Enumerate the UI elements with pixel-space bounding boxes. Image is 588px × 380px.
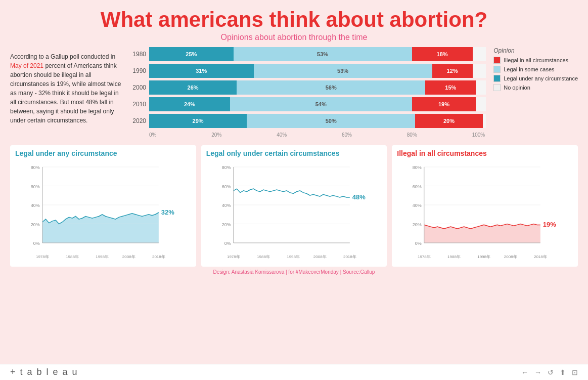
bar-year-label: 2000 [131, 84, 149, 91]
legend-item-1: Legal in some cases [493, 66, 578, 73]
x-axis-label: 0% [149, 132, 156, 138]
bar-seg-illegal-all: 20% [415, 114, 482, 128]
chart-value-label: 19% [543, 221, 556, 228]
x-label: 2008年 [122, 255, 135, 259]
bar-year-label: 1980 [131, 51, 149, 58]
bar-chart: 1980 25% 53% 18% 1990 31% 53% 12% 2000 2… [131, 47, 486, 138]
legend-swatch-1 [493, 66, 501, 73]
legend-title: Opinion [493, 47, 578, 54]
bar-row: 1990 31% 53% 12% [131, 64, 486, 78]
bar-seg-legal-some: 53% [234, 47, 412, 61]
x-label: 1998年 [287, 255, 300, 259]
nav-share-icon[interactable]: ⬆ [560, 368, 566, 376]
bar-year-label: 1990 [131, 67, 149, 74]
y-label: 40% [413, 203, 422, 208]
x-axis-labels: 0%20%40%60%80%100% [149, 131, 486, 138]
legend-label-2: Legal under any circumstance [504, 75, 578, 81]
y-label: 20% [221, 222, 231, 227]
x-axis-label: 100% [472, 132, 485, 138]
bar-seg-illegal-all: 18% [412, 47, 473, 61]
description-text: According to a Gallup poll conducted in … [10, 47, 131, 138]
line-chart-legal-any: Legal under any circumstance 0%20%40%60%… [10, 145, 196, 267]
x-label: 1998年 [96, 255, 109, 259]
bar-seg-no-opinion [476, 97, 486, 111]
y-label: 60% [31, 184, 40, 189]
x-label: 1988年 [447, 255, 461, 259]
bar-year-label: 2020 [131, 117, 149, 124]
bar-seg-no-opinion [473, 64, 486, 78]
bar-seg-legal-some: 50% [247, 114, 415, 128]
nav-back-icon[interactable]: ← [521, 368, 528, 376]
bar-seg-no-opinion [476, 80, 486, 95]
x-axis-label: 80% [407, 132, 417, 138]
x-label: 2008年 [313, 255, 326, 259]
legend-swatch-0 [493, 57, 501, 64]
legend-label-1: Legal in some cases [504, 66, 554, 72]
y-label: 80% [31, 165, 40, 170]
x-label: 2008年 [504, 255, 517, 259]
bar-seg-legal-any: 25% [149, 47, 234, 61]
y-label: 20% [413, 222, 422, 227]
y-label: 40% [31, 203, 40, 208]
bar-segments: 25% 53% 18% [149, 47, 486, 61]
legend-item-3: No opinion [493, 84, 578, 91]
line-chart-title-1: Legal only under certain circumstances [206, 149, 382, 157]
x-axis-label: 40% [277, 132, 287, 138]
legend-label-0: Illegal in all circumstances [504, 57, 568, 63]
footer-credit: Design: Anastasia Komissarova | for #Mak… [10, 269, 578, 275]
bar-seg-legal-any: 29% [149, 114, 247, 128]
x-label: 1998年 [478, 255, 491, 259]
chart-fill [424, 224, 540, 243]
bar-seg-legal-any: 24% [149, 97, 230, 111]
legend-label-3: No opinion [504, 85, 530, 91]
y-label: 20% [31, 222, 40, 227]
chart-svg-0: 0%20%40%60%80%1978年1988年1998年2008年2018年3… [15, 159, 191, 261]
line-chart-legal-some: Legal only under certain circumstances 0… [201, 145, 387, 267]
x-label: 1978年 [227, 255, 240, 259]
nav-forward-icon[interactable]: → [534, 368, 541, 376]
bar-segments: 26% 56% 15% [149, 80, 486, 95]
legend-item-2: Legal under any circumstance [493, 75, 578, 82]
y-label: 40% [221, 203, 231, 208]
chart-value-label: 32% [161, 208, 174, 216]
chart-svg-1: 0%20%40%60%80%1978年1988年1998年2008年2018年4… [206, 159, 382, 261]
tableau-bar: + t a b l e a u ← → ↺ ⬆ ⊡ [0, 364, 588, 380]
nav-fullscreen-icon[interactable]: ⊡ [572, 368, 578, 376]
y-label: 60% [413, 184, 422, 189]
bar-year-label: 2010 [131, 101, 149, 108]
subtitle: Opinions about abortion through the time [10, 33, 578, 42]
bar-seg-legal-any: 26% [149, 80, 237, 95]
bar-seg-illegal-all: 12% [432, 64, 473, 78]
bar-seg-no-opinion [473, 47, 486, 61]
bar-segments: 31% 53% 12% [149, 64, 486, 78]
page-title: What americans think about abortion? [10, 8, 578, 32]
bar-seg-illegal-all: 19% [412, 97, 476, 111]
x-label: 1978年 [36, 255, 49, 259]
legend-swatch-3 [493, 84, 501, 91]
x-axis-label: 20% [211, 132, 221, 138]
x-label: 2018年 [534, 255, 547, 259]
line-chart-title-2: Illegal in all circumstances [397, 149, 573, 157]
chart-line [234, 189, 350, 197]
bar-seg-legal-some: 56% [237, 80, 425, 95]
bar-seg-legal-some: 54% [230, 97, 412, 111]
chart-fill [42, 213, 159, 243]
top-section: According to a Gallup poll conducted in … [10, 47, 578, 138]
nav-reload-icon[interactable]: ↺ [548, 368, 554, 376]
line-chart-title-0: Legal under any circumstance [15, 149, 191, 157]
chart-svg-2: 0%20%40%60%80%1978年1988年1998年2008年2018年1… [397, 159, 573, 261]
bar-segments: 24% 54% 19% [149, 97, 486, 111]
x-axis-label: 60% [342, 132, 352, 138]
x-label: 1978年 [418, 255, 431, 259]
bottom-section: Legal under any circumstance 0%20%40%60%… [10, 145, 578, 267]
bar-row: 2010 24% 54% 19% [131, 97, 486, 111]
x-label: 2018年 [343, 255, 356, 259]
legend-item-0: Illegal in all circumstances [493, 57, 578, 64]
legend-swatch-2 [493, 75, 501, 82]
x-label: 2018年 [152, 255, 165, 259]
bar-row: 2020 29% 50% 20% [131, 114, 486, 128]
y-label: 0% [415, 241, 422, 246]
legend: Opinion Illegal in all circumstances Leg… [486, 47, 578, 138]
bar-segments: 29% 50% 20% [149, 114, 486, 128]
bar-seg-legal-any: 31% [149, 64, 254, 78]
